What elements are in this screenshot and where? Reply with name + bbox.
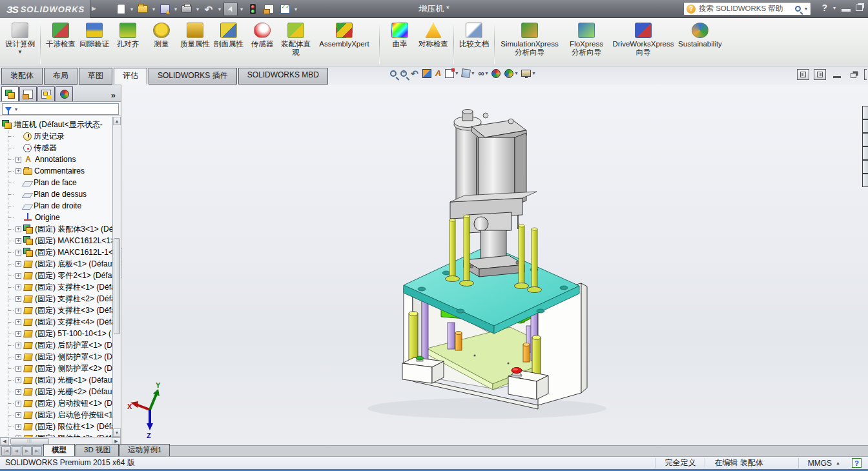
task-pane-tab[interactable] — [862, 146, 868, 160]
tree-item[interactable]: +(固定) 支撑柱<4> (Défa — [8, 316, 112, 328]
tree-item[interactable]: +(固定) 启动急停按钮<1> — [8, 409, 112, 421]
tree-vertical-scrollbar[interactable]: ▲ ▼ — [112, 117, 121, 437]
clearance-verification-button[interactable]: 间隙验证 — [78, 21, 111, 48]
save-dropdown-arrow[interactable]: ▾ — [174, 6, 177, 12]
featuremanager-tree-tab[interactable] — [1, 86, 19, 101]
rebuild-button[interactable] — [245, 2, 260, 16]
undo-dropdown-arrow[interactable]: ▾ — [218, 6, 221, 12]
tab-草图[interactable]: 草图 — [79, 68, 112, 85]
tree-item[interactable]: +(固定) 底板<1> (Défaut — [8, 258, 112, 270]
expand-plus-box[interactable]: + — [16, 354, 21, 360]
assemblyxpert-button[interactable]: AssemblyXpert — [313, 21, 376, 48]
open-button[interactable] — [136, 2, 150, 16]
expand-plus-box[interactable]: + — [16, 238, 21, 244]
options-button[interactable]: ✓✓ — [278, 2, 292, 16]
restore-document-button[interactable] — [847, 69, 860, 80]
symmetry-check-button[interactable]: 对称检查 — [417, 21, 450, 48]
units-dropdown-arrow[interactable]: ▲ — [836, 461, 840, 465]
tree-item[interactable]: +(固定) 零件2<1> (Défau — [8, 270, 112, 281]
new-document-button[interactable] — [114, 2, 128, 16]
filter-dropdown-arrow[interactable]: ▾ — [15, 106, 17, 112]
tree-item[interactable]: +(固定) 5T-100-10<1> ( — [8, 328, 112, 339]
view-orientation-button[interactable]: ▾ — [445, 69, 458, 78]
tree-item[interactable]: +(固定) 光栅<1> (Défaut — [8, 374, 112, 386]
tree-item[interactable]: +(固定) 启动按钮<1> (Dé — [8, 397, 112, 409]
graphics-viewport[interactable]: X Y Z — [122, 85, 868, 445]
view-settings-dropdown-arrow[interactable]: ▾ — [532, 70, 535, 76]
expand-plus-box[interactable]: + — [16, 285, 21, 290]
section-properties-button[interactable]: 剖面属性 — [212, 21, 245, 48]
menu-expand-arrow[interactable]: ▶ — [92, 5, 96, 12]
hide-show-items-dropdown-arrow[interactable]: ▾ — [485, 70, 488, 76]
compare-documents-button[interactable]: 比较文档 — [457, 21, 491, 48]
open-dropdown-arrow[interactable]: ▾ — [152, 6, 155, 12]
expand-plus-box[interactable]: + — [16, 168, 21, 174]
mass-properties-button[interactable]: 质量属性 — [178, 21, 212, 48]
expand-plus-box[interactable]: + — [16, 412, 21, 418]
pane-right-button[interactable] — [814, 69, 826, 80]
tree-item[interactable]: +Commentaires — [8, 165, 112, 177]
expand-plus-box[interactable]: + — [16, 377, 21, 383]
scroll-up-button[interactable]: ▲ — [113, 117, 121, 125]
search-dropdown-arrow[interactable]: ▾ — [805, 6, 807, 12]
tab-SOLIDWORKS MBD[interactable]: SOLIDWORKS MBD — [238, 68, 328, 85]
tree-root-item[interactable]: 增压机 (Défaut<显示状态- — [2, 119, 112, 130]
expand-plus-box[interactable]: + — [16, 343, 21, 348]
print-dropdown-arrow[interactable]: ▾ — [196, 6, 199, 12]
scroll-left-button[interactable]: ◀ — [0, 437, 9, 445]
expand-plus-box[interactable]: + — [16, 308, 21, 314]
driveworksxpress-button[interactable]: DriveWorksXpress 向导 — [612, 21, 675, 57]
assembly-visualization-button[interactable]: 装配体直观 — [279, 21, 313, 57]
sheet-nav-button-2[interactable]: ▶ — [22, 446, 32, 456]
expand-plus-box[interactable]: + — [16, 319, 21, 325]
tree-item[interactable]: +(固定) 限位柱<1> (Défa — [8, 421, 112, 432]
task-pane-edge-tabs[interactable] — [862, 106, 868, 187]
model-canvas[interactable]: X Y Z — [122, 85, 868, 445]
tree-item[interactable]: +(固定) 后防护罩<1> (Dé — [8, 339, 112, 351]
vertical-scroll-thumb[interactable] — [114, 238, 120, 334]
select-dropdown-arrow[interactable]: ▾ — [240, 6, 243, 12]
expand-plus-box[interactable]: + — [16, 261, 21, 267]
previous-view-button[interactable]: ↶ — [411, 69, 418, 78]
zoom-to-fit-button[interactable] — [390, 70, 397, 77]
expand-plus-box[interactable]: + — [16, 366, 21, 372]
design-study-dropdown-arrow[interactable]: ▼ — [17, 49, 23, 55]
display-style-button[interactable]: ▾ — [462, 69, 474, 77]
search-input[interactable]: 搜索 SOLIDWORKS 帮助 — [699, 4, 792, 14]
sensor-button[interactable]: 传感器 — [245, 21, 279, 48]
scroll-down-button[interactable]: ▼ — [113, 428, 121, 437]
sustainability-button[interactable]: Sustainability — [675, 21, 725, 48]
minimize-document-button[interactable] — [831, 69, 843, 80]
restore-button[interactable] — [856, 5, 863, 11]
tab-装配体[interactable]: 装配体 — [1, 68, 43, 85]
support-column[interactable] — [448, 323, 455, 349]
simulationxpress-button[interactable]: SimulationXpress 分析向导 — [498, 21, 561, 57]
expand-plus-box[interactable]: + — [16, 273, 21, 279]
display-style-dropdown-arrow[interactable]: ▾ — [471, 70, 474, 76]
task-pane-tab[interactable] — [862, 160, 868, 174]
file-properties-button[interactable] — [262, 2, 276, 16]
expand-plus-box[interactable]: + — [16, 226, 21, 232]
view-settings-button[interactable]: ▾ — [521, 70, 535, 77]
task-pane-tab[interactable] — [862, 133, 868, 146]
tree-item[interactable]: Plan de dessus — [8, 188, 112, 200]
search-box[interactable]: ? 搜索 SOLIDWORKS 帮助 ▾ — [683, 2, 811, 15]
task-pane-tab[interactable] — [862, 174, 868, 187]
expand-plus-box[interactable]: + — [16, 424, 21, 430]
tree-item[interactable]: Plan de droite — [8, 200, 112, 212]
expand-plus-box[interactable]: + — [16, 250, 21, 256]
sheet-nav-button-0[interactable]: |◀ — [1, 446, 11, 456]
status-help-button[interactable]: ? — [852, 458, 862, 468]
interference-check-button[interactable]: 干涉检查 — [44, 21, 78, 48]
print-button[interactable] — [180, 2, 194, 16]
tree-item[interactable]: +(固定) MAKC1612L<1> — [8, 235, 112, 246]
edit-appearance-button[interactable] — [491, 69, 501, 78]
expand-plus-box[interactable]: + — [16, 296, 21, 302]
tree-item[interactable]: 历史记录 — [8, 130, 112, 142]
curvature-button[interactable]: 曲率 — [383, 21, 417, 48]
tree-item[interactable]: 传感器 — [8, 142, 112, 154]
design-study-button[interactable]: 设计算例▼ — [3, 21, 37, 55]
help-dropdown-arrow[interactable]: ▾ — [833, 5, 836, 11]
tree-item[interactable]: +AAnnotations — [8, 154, 112, 165]
apply-scene-button[interactable]: ▾ — [504, 69, 517, 78]
